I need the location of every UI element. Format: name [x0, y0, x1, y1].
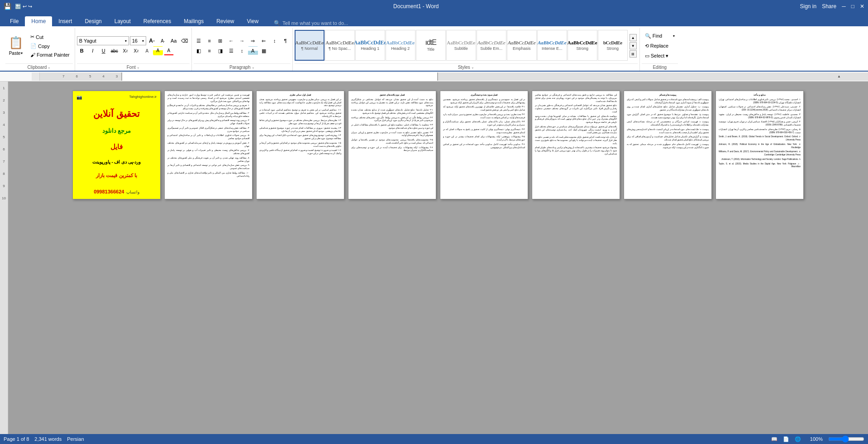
search-bar[interactable]: 🔍 Tell me what you want to do... — [265, 20, 864, 26]
style-emphasis[interactable]: AaBbCcDdEe Emphasis — [507, 30, 537, 61]
styles-scroll-down[interactable]: ▼ — [630, 42, 637, 49]
increase-indent-icon: → — [239, 38, 244, 43]
tab-file[interactable]: File — [4, 16, 25, 26]
decrease-indent-button[interactable]: ← — [226, 36, 236, 45]
ad-title-block: تحقیق آنلاین — [93, 108, 140, 119]
font-name-input[interactable]: B Yagut ▾ — [77, 36, 129, 45]
editing-label[interactable]: Editing — [642, 63, 678, 71]
change-case-button[interactable]: Aa — [169, 36, 179, 45]
style-book-title[interactable]: bCcDdEe Strong — [598, 30, 628, 61]
maximize-btn[interactable]: □ — [851, 3, 854, 10]
clipboard-group: 📋 Paste ▾ ✂ Cut 📄 Copy — [4, 28, 75, 71]
style-strong[interactable]: AaBbCcDdEe Strong — [568, 30, 597, 61]
font-size-input[interactable]: 16 ▾ — [130, 36, 146, 45]
zoom-level: 100% — [810, 436, 823, 442]
close-btn[interactable]: ✕ — [860, 3, 864, 10]
ad-top-row: 📷 Tahghighonline.ir — [76, 95, 157, 100]
numbering-button[interactable]: ≡ — [205, 36, 215, 45]
style-subtle-em[interactable]: AaBbCcDdEe Subtle Em... — [477, 30, 506, 61]
styles-label[interactable]: Styles ⌄ — [295, 63, 638, 71]
align-left-button[interactable]: ◧ — [194, 46, 204, 55]
tab-insert[interactable]: Insert — [52, 16, 78, 26]
style-intense-em[interactable]: AaBbCcDdEe Intense E... — [537, 30, 567, 61]
bold-button[interactable]: B — [77, 46, 87, 55]
font-label[interactable]: Font ⌄ — [77, 63, 190, 71]
clear-format-button[interactable]: ⌫ — [180, 36, 190, 45]
align-right-button[interactable]: ◨ — [215, 46, 225, 55]
text-effects-button[interactable]: A — [142, 46, 152, 55]
page-count: Page 1 of 8 — [4, 436, 29, 442]
styles-expand-btn[interactable]: ⊞ — [630, 50, 637, 58]
style-subtitle[interactable]: AaBbCcDdEe Subtitle — [446, 30, 476, 61]
multilevel-button[interactable]: ⊞ — [215, 36, 225, 45]
multilevel-icon: ⊞ — [218, 38, 222, 44]
paragraph-group: ☰ ≡ ⊞ ← → — [192, 28, 293, 71]
line-spacing-icon: ↕ — [241, 48, 243, 53]
clipboard-label[interactable]: Clipboard ⌄ — [5, 63, 73, 71]
rtl-button[interactable]: ⇒ — [248, 36, 258, 45]
ltr-button[interactable]: ⇐ — [259, 36, 269, 45]
minimize-btn[interactable]: ─ — [842, 3, 846, 10]
style-normal[interactable]: AaBbCcDdEe ¶ Normal — [295, 30, 324, 61]
read-mode-btn[interactable]: 📖 — [771, 436, 777, 442]
ruler-end: ▲ — [837, 74, 841, 78]
sort-button[interactable]: ↕ — [270, 36, 280, 45]
page-1: 📷 Tahghighonline.ir تحقیق آنلاین مرجع دا… — [72, 91, 161, 199]
superscript-button[interactable]: X2 — [131, 46, 141, 55]
page-7: پیوست‌ها و ضمائم پیوست الف: پرسشنامه‌های… — [624, 91, 712, 199]
justify-button[interactable]: ☰ — [226, 46, 236, 55]
tab-view[interactable]: View — [241, 16, 265, 26]
highlight-color-button[interactable]: A — [153, 46, 163, 55]
document-canvas: 📷 Tahghighonline.ir تحقیق آنلاین مرجع دا… — [8, 82, 868, 444]
font-grow-button[interactable]: A+ — [147, 36, 157, 45]
italic-button[interactable]: I — [88, 46, 98, 55]
styles-scroll-up[interactable]: ▲ — [630, 34, 637, 41]
sign-in-btn[interactable]: Sign in — [800, 3, 816, 10]
tab-layout[interactable]: Layout — [108, 16, 137, 26]
find-button[interactable]: 🔍 Find ▾ — [642, 32, 678, 40]
numbering-icon: ≡ — [208, 38, 211, 43]
font-color-button[interactable]: A — [164, 46, 174, 55]
tab-mailings[interactable]: Mailings — [177, 16, 210, 26]
underline-button[interactable]: U — [99, 46, 109, 55]
tab-design[interactable]: Design — [78, 16, 108, 26]
align-center-button[interactable]: ≡ — [205, 46, 215, 55]
select-button[interactable]: ▭ Select ▾ — [642, 52, 678, 60]
bullets-button[interactable]: ☰ — [194, 36, 204, 45]
strikethrough-button[interactable]: abc — [110, 46, 119, 55]
justify-icon: ☰ — [229, 48, 234, 54]
paragraph-label[interactable]: Paragraph ⌄ — [194, 63, 291, 71]
borders-icon: ▦ — [262, 48, 266, 54]
page-8: منابع و مآخذ ۱. احمدی، محمد (۱۳۹۸). بررس… — [715, 91, 804, 199]
styles-group: AaBbCcDdEe ¶ Normal AaBbCcDdEe ¶ No Spac… — [293, 28, 640, 71]
web-layout-btn[interactable]: 🌐 — [795, 436, 801, 442]
style-heading1[interactable]: AaBbCcDdEe Heading 1 — [355, 30, 385, 61]
shading-button[interactable]: A — [248, 46, 258, 55]
style-heading2[interactable]: AaBbCcDdEe Heading 2 — [386, 30, 415, 61]
zoom-slider[interactable] — [828, 436, 864, 442]
style-subtitle-preview: AaBbCcDdEe — [447, 40, 475, 45]
copy-button[interactable]: 📄 Copy — [27, 42, 73, 50]
subscript-button[interactable]: X2 — [120, 46, 130, 55]
share-btn[interactable]: Share — [822, 3, 836, 10]
ad-subtitle: مرجع دانلود — [102, 127, 131, 134]
show-marks-button[interactable]: ¶ — [281, 36, 291, 45]
cut-button[interactable]: ✂ Cut — [27, 33, 73, 41]
replace-button[interactable]: ⟲ Replace — [642, 42, 678, 50]
clipboard-small-btns: ✂ Cut 📄 Copy 🖌 Format Painter — [27, 33, 73, 59]
style-title[interactable]: ıdtE Title — [416, 30, 446, 61]
style-no-spacing[interactable]: AaBbCcDdEe ¶ No Spac... — [325, 30, 355, 61]
borders-button[interactable]: ▦ — [259, 46, 269, 55]
title-bar-left: 💾 🔙 ↩ ↪ — [4, 3, 32, 10]
font-shrink-button[interactable]: A- — [158, 36, 168, 45]
print-layout-btn[interactable]: 📄 — [783, 436, 789, 442]
font-name-dropdown-icon: ▾ — [125, 39, 127, 43]
increase-indent-button[interactable]: → — [237, 36, 247, 45]
format-painter-button[interactable]: 🖌 Format Painter — [27, 51, 73, 59]
tab-review[interactable]: Review — [210, 16, 240, 26]
font-grow-icon: A — [149, 38, 153, 44]
paste-button[interactable]: 📋 Paste ▾ — [5, 34, 26, 58]
tab-home[interactable]: Home — [25, 16, 52, 26]
tab-references[interactable]: References — [137, 16, 177, 26]
line-spacing-button[interactable]: ↕ — [237, 46, 247, 55]
